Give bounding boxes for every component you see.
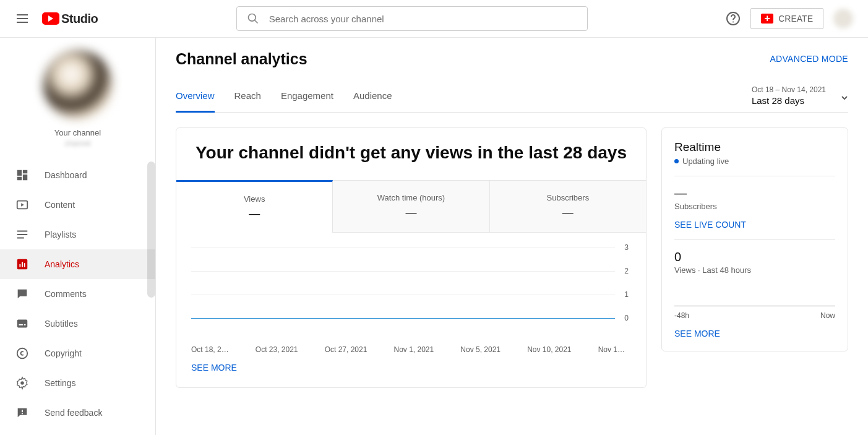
x-axis-label: Nov 1… <box>598 345 625 354</box>
sidebar-item-feedback[interactable]: Send feedback <box>0 398 155 428</box>
metric-label: Views <box>176 194 332 204</box>
metric-tab-views[interactable]: Views — <box>176 180 333 233</box>
tab-audience[interactable]: Audience <box>353 90 392 112</box>
x-axis: Oct 18, 2… Oct 23, 2021 Oct 27, 2021 Nov… <box>191 345 631 354</box>
realtime-chart <box>674 306 835 306</box>
feedback-icon <box>15 405 30 420</box>
studio-text: Studio <box>61 12 98 26</box>
svg-rect-14 <box>19 324 23 325</box>
x-axis-label: Oct 27, 2021 <box>325 345 367 354</box>
y-axis-label: 0 <box>624 314 629 322</box>
svg-point-0 <box>248 14 256 22</box>
metric-tab-subscribers[interactable]: Subscribers — <box>490 180 646 233</box>
tab-overview[interactable]: Overview <box>176 90 215 113</box>
svg-rect-18 <box>22 410 23 412</box>
create-label: CREATE <box>778 14 813 24</box>
realtime-subscribers-value: — <box>674 186 835 200</box>
svg-rect-15 <box>24 324 26 325</box>
sidebar-item-settings[interactable]: Settings <box>0 368 155 398</box>
search-wrapper <box>98 6 726 31</box>
metric-value: — <box>333 206 489 219</box>
svg-point-16 <box>17 348 28 359</box>
realtime-subscribers-label: Subscribers <box>674 202 835 211</box>
metric-label: Watch time (hours) <box>333 193 489 202</box>
content-icon <box>15 197 30 212</box>
analytics-tabs: Overview Reach Engagement Audience <box>176 90 392 112</box>
svg-rect-12 <box>24 263 25 267</box>
x-axis-label: Nov 5, 2021 <box>460 345 501 354</box>
metric-tab-watchtime[interactable]: Watch time (hours) — <box>333 180 489 233</box>
search-box[interactable] <box>236 6 588 31</box>
x-axis-label: Nov 10, 2021 <box>527 345 571 354</box>
headline-message: Your channel didn't get any views in the… <box>176 143 646 163</box>
sidebar-item-content[interactable]: Content <box>0 190 155 220</box>
create-video-icon <box>761 14 773 24</box>
realtime-card: Realtime Updating live — Subscribers SEE… <box>661 127 848 351</box>
realtime-see-more-link[interactable]: SEE MORE <box>674 329 835 338</box>
nav-list: Dashboard Content Playlists Analytics Co… <box>0 160 155 435</box>
analytics-icon <box>15 257 30 272</box>
svg-point-17 <box>20 381 24 385</box>
realtime-title: Realtime <box>674 140 835 154</box>
divider <box>674 176 835 176</box>
x-axis-label: Nov 1, 2021 <box>393 345 434 354</box>
metric-value: — <box>176 207 332 220</box>
x-axis-label: Oct 23, 2021 <box>256 345 298 354</box>
channel-avatar[interactable] <box>43 50 113 119</box>
sidebar-item-label: Comments <box>45 289 87 299</box>
views-chart: 3 2 1 0 Oct 18, 2… Oct 23, 2021 Oct 27, … <box>176 233 646 356</box>
sidebar-item-analytics[interactable]: Analytics <box>0 249 155 279</box>
copyright-icon <box>15 346 30 361</box>
sidebar-item-dashboard[interactable]: Dashboard <box>0 160 155 190</box>
search-input[interactable] <box>269 14 577 24</box>
sidebar-item-label: Subtitles <box>45 319 78 329</box>
metric-value: — <box>490 206 646 219</box>
channel-info: Your channel channel <box>0 38 155 160</box>
realtime-views-label: Views · Last 48 hours <box>674 265 835 275</box>
svg-rect-4 <box>17 170 22 176</box>
svg-rect-11 <box>22 262 23 267</box>
dashboard-icon <box>15 168 30 183</box>
youtube-play-icon <box>42 12 59 25</box>
channel-name: channel <box>64 139 90 148</box>
svg-rect-13 <box>17 320 28 328</box>
date-range-small: Oct 18 – Nov 14, 2021 <box>752 85 826 94</box>
realtime-axis: -48h Now <box>674 311 835 320</box>
hamburger-menu-button[interactable] <box>15 11 30 26</box>
x-axis-label: Oct 18, 2… <box>191 345 229 354</box>
scrollbar[interactable] <box>147 162 155 298</box>
header-right: CREATE <box>726 8 853 29</box>
subtitles-icon <box>15 316 30 331</box>
realtime-views-value: 0 <box>674 250 835 264</box>
rt-axis-left: -48h <box>674 311 689 320</box>
date-range-main: Last 28 days <box>752 95 804 106</box>
sidebar: Your channel channel Dashboard Content P… <box>0 38 156 435</box>
sidebar-item-playlists[interactable]: Playlists <box>0 220 155 249</box>
page-title: Channel analytics <box>176 50 307 68</box>
create-button[interactable]: CREATE <box>750 8 823 29</box>
svg-rect-10 <box>19 264 20 267</box>
sidebar-item-comments[interactable]: Comments <box>0 279 155 309</box>
sidebar-item-copyright[interactable]: Copyright <box>0 338 155 368</box>
advanced-mode-link[interactable]: ADVANCED MODE <box>770 54 848 64</box>
youtube-studio-logo[interactable]: Studio <box>42 12 98 26</box>
help-icon[interactable] <box>726 11 741 26</box>
metric-tabs: Views — Watch time (hours) — Subscribers… <box>176 180 646 233</box>
caret-down-icon <box>841 94 848 101</box>
tab-reach[interactable]: Reach <box>234 90 261 112</box>
see-more-link[interactable]: SEE MORE <box>176 356 646 373</box>
sidebar-item-subtitles[interactable]: Subtitles <box>0 309 155 338</box>
svg-point-3 <box>733 22 734 23</box>
see-live-count-link[interactable]: SEE LIVE COUNT <box>674 220 835 230</box>
svg-rect-5 <box>23 170 27 174</box>
search-icon <box>247 12 259 25</box>
svg-rect-19 <box>22 413 23 414</box>
tab-engagement[interactable]: Engagement <box>281 90 333 112</box>
app-header: Studio CREATE <box>0 0 868 38</box>
sidebar-item-label: Analytics <box>45 259 79 269</box>
svg-rect-7 <box>17 177 22 181</box>
realtime-status: Updating live <box>674 157 835 166</box>
date-range-picker[interactable]: Oct 18 – Nov 14, 2021 Last 28 days <box>752 85 848 112</box>
tabs-row: Overview Reach Engagement Audience Oct 1… <box>176 85 848 113</box>
account-avatar[interactable] <box>833 9 853 28</box>
